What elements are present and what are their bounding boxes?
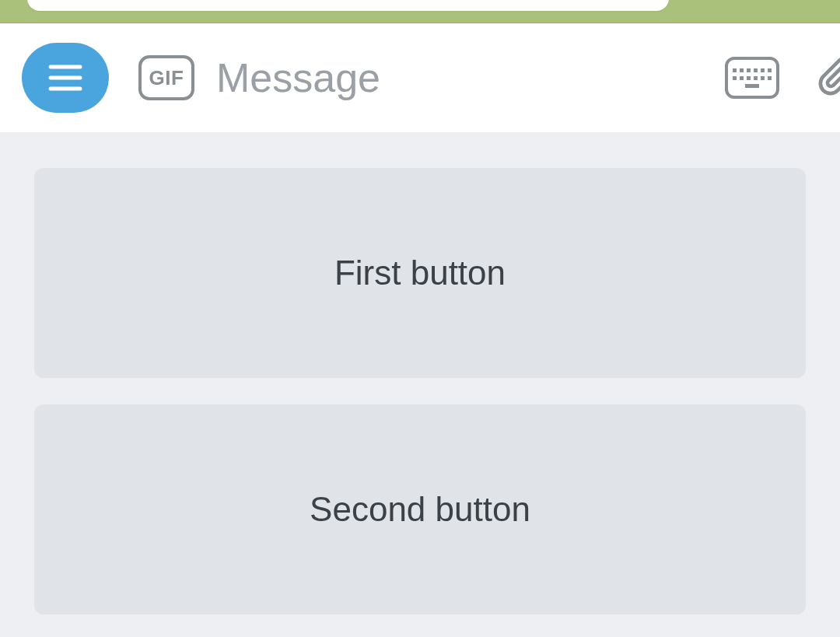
reply-keyboard-button-label: First button [334, 254, 506, 292]
keyboard-icon [725, 57, 779, 99]
keyboard-toggle-button[interactable] [725, 57, 779, 99]
gif-label: GIF [149, 66, 184, 90]
reply-keyboard-button[interactable]: First button [34, 168, 806, 378]
paperclip-icon [817, 54, 840, 102]
menu-icon [48, 64, 82, 92]
reply-keyboard-button-label: Second button [310, 490, 530, 529]
reply-keyboard-panel: First button Second button [0, 132, 840, 637]
reply-keyboard-button[interactable]: Second button [34, 404, 806, 614]
message-input[interactable] [216, 54, 725, 101]
attach-button[interactable] [817, 54, 840, 102]
message-input-bar: GIF [0, 23, 840, 132]
chat-background [0, 0, 840, 23]
gif-button[interactable]: GIF [138, 55, 194, 100]
menu-button[interactable] [22, 43, 109, 113]
